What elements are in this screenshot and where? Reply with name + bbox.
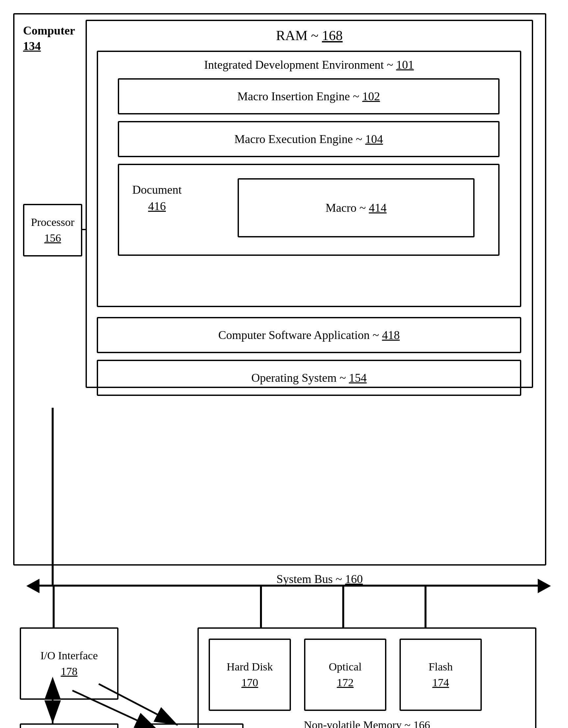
ide-label: Integrated Development Environment ~ 101 (204, 58, 414, 72)
io-interface-box: I/O Interface 178 (20, 627, 118, 700)
macro-inner-box: Macro ~ 414 (237, 178, 475, 237)
macro-inner-label: Macro ~ 414 (326, 201, 386, 215)
macro-execution-box: Macro Execution Engine ~ 104 (118, 121, 500, 157)
bus-arrow-left (26, 579, 39, 593)
document-label: Document 416 (132, 182, 182, 215)
doc-macro-container: Document 416 Macro ~ 414 (118, 164, 500, 256)
os-box: Operating System ~ 154 (97, 360, 521, 396)
system-bus-label: System Bus ~ 160 (276, 572, 363, 586)
flash-label: Flash 174 (429, 659, 453, 690)
ram-box: RAM ~ 168 Integrated Development Environ… (86, 20, 533, 388)
csa-label: Computer Software Application ~ 418 (218, 328, 400, 342)
macro-execution-label: Macro Execution Engine ~ 104 (234, 132, 383, 146)
bus-line (33, 585, 540, 587)
macro-insertion-label: Macro Insertion Engine ~ 102 (237, 89, 380, 103)
os-label: Operating System ~ 154 (251, 371, 367, 385)
macro-insertion-box: Macro Insertion Engine ~ 102 (118, 78, 500, 114)
storage3-bus-connector (425, 585, 427, 627)
ide-box: Integrated Development Environment ~ 101… (97, 51, 521, 307)
processor-label: Processor 156 (31, 214, 74, 246)
user-input-device-box: User Input Device 181 (20, 723, 118, 728)
computer-label: Computer 134 (23, 23, 75, 54)
hard-disk-label: Hard Disk 170 (227, 659, 273, 690)
optical-label: Optical 172 (329, 659, 362, 690)
storage1-bus-connector (260, 585, 262, 627)
ram-label: RAM ~ 168 (276, 28, 343, 43)
storage2-bus-connector (342, 585, 344, 627)
nvm-label: Non-volatile Memory ~ 166 (304, 719, 430, 728)
nvm-box: Non-volatile Memory ~ 166 Hard Disk 170 … (197, 627, 536, 728)
io-interface-label: I/O Interface 178 (40, 648, 98, 679)
io-bus-connector (53, 585, 55, 627)
flash-box: Flash 174 (400, 639, 482, 711)
display-device-box: Display Device 180 (145, 723, 243, 728)
bus-arrow-right (538, 579, 551, 593)
processor-box: Processor 156 (23, 204, 82, 256)
processor-bus-connector (52, 408, 54, 587)
csa-box: Computer Software Application ~ 418 (97, 317, 521, 353)
optical-box: Optical 172 (304, 639, 386, 711)
hard-disk-box: Hard Disk 170 (209, 639, 291, 711)
